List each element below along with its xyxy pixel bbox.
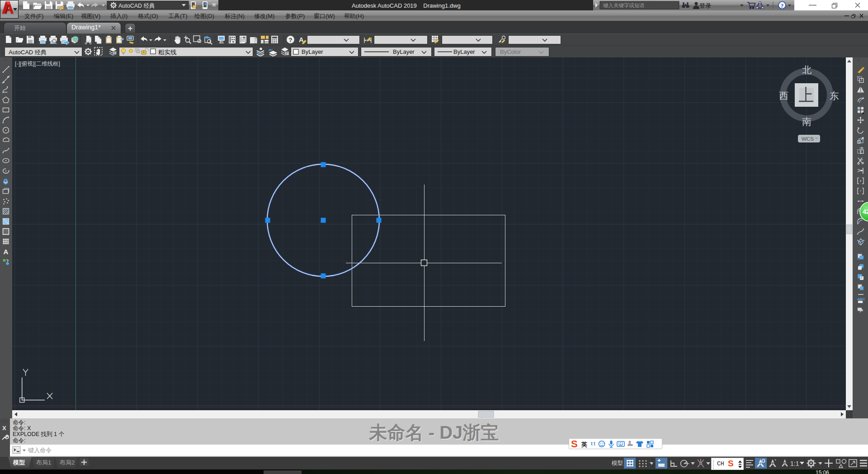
svg-text:S: S — [571, 438, 578, 450]
svg-text:?: ? — [781, 2, 784, 9]
svg-text:WCS: WCS — [802, 136, 814, 142]
svg-text:ABC: ABC — [857, 297, 865, 301]
svg-text:A: A — [4, 248, 9, 256]
svg-text:1:1: 1:1 — [790, 460, 799, 467]
